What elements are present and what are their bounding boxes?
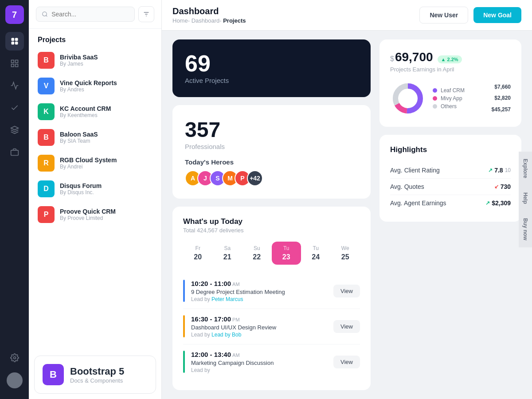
user-avatar[interactable] (7, 372, 23, 388)
search-box[interactable] (36, 7, 135, 22)
breadcrumb-active[interactable]: Projects (223, 17, 246, 24)
project-name: Briviba SaaS (60, 54, 98, 61)
donut-chart (390, 81, 426, 116)
trend-down-icon: ↙ (494, 184, 499, 190)
project-icon: D (38, 180, 55, 197)
project-item[interactable]: R RGB Cloud System By Andrei (32, 150, 158, 176)
legend-name: Leaf CRM (441, 87, 465, 94)
earnings-amount: 69,700 (395, 50, 433, 64)
project-info: Baloon SaaS By SIA Team (60, 131, 98, 144)
calendar-day[interactable]: Tu24 (301, 242, 331, 265)
project-icon: V (38, 78, 55, 94)
project-list: B Briviba SaaS By James V Vine Quick Rep… (29, 47, 161, 350)
project-by: By Disqus Inc. (60, 189, 102, 196)
legend-values: $7,660$2,820$45,257 (492, 82, 511, 115)
nav-chart[interactable] (5, 76, 24, 95)
highlight-row: Avg. Quotes ↙ 730 (390, 179, 511, 195)
pending-pct: 72% (346, 97, 358, 97)
nav-briefcase[interactable] (5, 143, 24, 161)
project-icon: P (38, 206, 55, 223)
legend-value: $7,660 (492, 82, 511, 92)
event-content: 12:00 - 13:40AM Marketing Campaign Discu… (191, 351, 327, 373)
calendar-day[interactable]: Sa21 (213, 242, 243, 265)
highlight-value: ↙ 730 (494, 183, 511, 190)
highlight-row: Avg. Agent Earnings ↗ $2,309 (390, 195, 511, 211)
breadcrumb-home[interactable]: Home- (172, 17, 190, 24)
heroes-row: Today's Heroes AJSMP+42 (185, 158, 358, 186)
legend-item: Others (433, 103, 485, 110)
schedule-sub: Total 424,567 deliveries (183, 227, 360, 234)
bootstrap-card[interactable]: B Bootstrap 5 Docs & Components (34, 356, 156, 394)
calendar-day[interactable]: Tu23 (272, 242, 301, 265)
project-item[interactable]: B Baloon SaaS By SIA Team (32, 125, 158, 150)
event-time: 16:30 - 17:00PM (191, 315, 327, 323)
filter-button[interactable] (138, 6, 154, 22)
project-name: Disqus Forum (60, 182, 102, 189)
earnings-top: $ 69,700 ▲ 2.2% Projects Earnings in Apr… (390, 50, 511, 73)
bootstrap-sub: Docs & Components (70, 377, 124, 384)
nav-grid[interactable] (5, 54, 24, 73)
new-user-button[interactable]: New User (419, 7, 468, 23)
svg-rect-0 (11, 38, 14, 41)
trend-up-icon: ↗ (485, 200, 490, 206)
professionals-label: Professionals (185, 143, 358, 150)
nav-layers[interactable] (5, 121, 24, 139)
project-by: By Proove Limited (60, 215, 116, 221)
event-item: 10:20 - 11:00AM 9 Degree Project Estimat… (183, 274, 360, 309)
event-lead: Lead by Lead by Bob (191, 332, 327, 338)
nav-settings[interactable] (5, 348, 24, 367)
earnings-label: Projects Earnings in April (390, 66, 462, 73)
project-item[interactable]: K KC Account CRM By Keenthemes (32, 99, 158, 125)
hero-avatar: +42 (247, 170, 263, 186)
search-input[interactable] (51, 11, 129, 18)
schedule-card: What's up Today Total 424,567 deliveries… (172, 207, 371, 390)
event-time: 10:20 - 11:00AM (191, 280, 327, 287)
view-event-button[interactable]: View (333, 320, 360, 333)
nav-dashboard[interactable] (5, 32, 24, 51)
calendar-day[interactable]: Fr20 (183, 242, 213, 265)
view-event-button[interactable]: View (333, 285, 360, 297)
legend-item: Mivy App (433, 95, 485, 102)
project-icon: R (38, 155, 55, 172)
nav-check[interactable] (5, 98, 24, 117)
calendar-day[interactable]: Su22 (242, 242, 272, 265)
breadcrumb-dash[interactable]: Dashboard- (192, 17, 222, 24)
svg-marker-8 (11, 126, 18, 130)
event-content: 10:20 - 11:00AM 9 Degree Project Estimat… (191, 280, 327, 302)
project-name: Baloon SaaS (60, 131, 98, 138)
schedule-title: What's up Today (183, 217, 360, 226)
project-item[interactable]: V Vine Quick Reports By Andres (32, 73, 158, 99)
legend-name: Mivy App (441, 95, 462, 102)
earnings-currency: $ (390, 55, 394, 63)
projects-section-title: Projects (29, 29, 161, 47)
highlight-label: Avg. Agent Earnings (390, 200, 446, 207)
active-projects-card: 69 Active Projects 43 Pending 72% (172, 39, 371, 97)
event-lead-link[interactable]: Peter Marcus (211, 296, 243, 302)
professionals-card: 357 Professionals Today's Heroes AJSMP+4… (172, 105, 371, 199)
project-item[interactable]: P Proove Quick CRM By Proove Limited (32, 202, 158, 227)
icon-bar: 7 (0, 0, 29, 399)
new-goal-button[interactable]: New Goal (473, 7, 521, 23)
view-event-button[interactable]: View (333, 356, 360, 368)
app-badge[interactable]: 7 (5, 5, 24, 24)
svg-rect-3 (15, 42, 18, 45)
heroes-label: Today's Heroes (185, 158, 358, 166)
right-tab-explore[interactable]: Explore (519, 152, 532, 185)
project-item[interactable]: B Briviba SaaS By James (32, 47, 158, 73)
main-panel: Dashboard Home- Dashboard- Projects New … (162, 0, 532, 399)
content-area: 69 Active Projects 43 Pending 72% 357 Pr… (162, 31, 532, 399)
filter-icon (143, 11, 150, 18)
earnings-badge: ▲ 2.2% (438, 55, 462, 63)
svg-rect-2 (11, 42, 14, 45)
pending-label: 43 Pending (185, 97, 216, 97)
right-tab-help[interactable]: Help (519, 185, 532, 211)
event-lead-link[interactable]: Lead by Bob (211, 332, 241, 338)
project-name: Vine Quick Reports (60, 79, 117, 86)
event-bar (183, 280, 185, 302)
calendar-day[interactable]: We25 (331, 242, 360, 265)
right-tab-buy-now[interactable]: Buy now (519, 211, 532, 247)
legend-value: $45,257 (492, 105, 511, 115)
svg-rect-1 (15, 38, 18, 41)
project-item[interactable]: D Disqus Forum By Disqus Inc. (32, 176, 158, 202)
project-by: By James (60, 61, 98, 67)
